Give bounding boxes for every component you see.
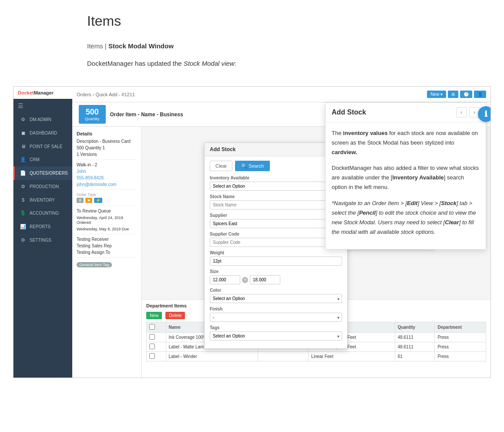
detail-ordertype: Order Type ⚙ ★ ⚡ [77,192,137,203]
sidebar-item-inventory[interactable]: $ INVENTORY [13,193,72,206]
top-bar: Orders › Quick Add - #1211 New ▾ ⊞ 🕐 👤 [72,87,491,102]
help-bold-clear: Clear [445,219,459,226]
sidebar-logo: DocketManager [13,87,72,99]
sidebar-item-label: CRM [30,157,40,162]
stock-name-label: Stock Name [210,194,342,199]
order-nav: Orders › Quick Add - #1211 [77,92,135,97]
sidebar: DocketManager ☰ ⚙ DM ADMIN ◼ DASHBOARD 🖥… [13,87,72,378]
weight-label: Weight [210,250,342,255]
inventory-available-select[interactable]: Select an Option [210,182,342,191]
dm-admin-icon: ⚙ [20,117,26,122]
sidebar-item-dashboard[interactable]: ◼ DASHBOARD [13,126,72,140]
col-department: Department [435,322,486,333]
hamburger-icon[interactable]: ☰ [13,99,72,113]
order-type-icon2: ★ [85,198,92,203]
tags-select[interactable]: Select an Option [210,331,342,341]
detail-contact: John [77,169,137,174]
help-bold-inventory-available: Inventory Available [392,174,444,181]
help-bold-stock: Stock [441,200,456,206]
logo-manager: Manager [34,90,54,95]
new-dept-btn[interactable]: New [146,312,162,319]
supplier-code-input[interactable] [210,238,342,247]
sidebar-item-quotes-orders[interactable]: 📄 QUOTES/ORDERS [13,166,72,180]
detail-due: Wednesday, May 8, 2019 Due [77,226,137,231]
col-quantity: Quantity [395,322,435,333]
detail-assignto: Testing Assign To [77,250,137,255]
delete-dept-btn[interactable]: Delete [165,312,185,319]
update-suffix: : [235,60,236,67]
sidebar-item-production[interactable]: ⚙ PRODUCTION [13,180,72,193]
grid-view-btn[interactable]: ⊞ [448,91,458,98]
supplier-code-label: Supplier Code [210,232,342,236]
new-btn[interactable]: New ▾ [427,91,446,98]
item-tag: General Item Tag [77,262,112,267]
search-button[interactable]: 🔍 Search [235,161,270,171]
supplier-code-row: Supplier Code [210,232,342,247]
size-height-input[interactable] [250,275,280,284]
size-width-input[interactable] [210,275,240,284]
production-icon: ⚙ [20,184,26,189]
detail-phone: 555-859-8426 [77,176,137,180]
search-icon: 🔍 [241,163,247,169]
select-all-checkbox[interactable] [149,324,155,330]
finish-row: Finish - [210,307,342,322]
supplier-row: Supplier Spicers East [210,213,342,228]
help-prev-btn[interactable]: ‹ [456,107,467,118]
color-select-wrapper: Select an Option [210,294,342,303]
detail-toreview: To Review Queue [77,209,137,213]
tags-label: Tags [210,325,342,330]
sidebar-item-label: POINT OF SALE [30,144,62,149]
row-checkbox[interactable] [149,353,155,359]
sidebar-item-label: SETTINGS [30,238,51,243]
size-label: Size [210,269,342,274]
clock-btn[interactable]: 🕐 [460,91,472,98]
sidebar-item-pos[interactable]: 🖥 POINT OF SALE [13,140,72,153]
order-title: Order Item - Name - Business [110,111,183,118]
sidebar-item-label: INVENTORY [30,198,55,202]
crm-icon: 👤 [20,157,26,162]
size-inputs: ✕ [210,275,342,284]
supplier-select[interactable]: Spicers East [210,219,342,228]
weight-row: Weight [210,250,342,266]
detail-description: Description - Business Card [77,139,137,144]
supplier-label: Supplier [210,213,342,218]
help-italic-para: *Navigate to an Order Item > [Edit] View… [332,200,476,235]
detail-versions: 1 Versions [77,152,137,157]
sidebar-item-reports[interactable]: 📊 REPORTS [13,220,72,233]
color-label: Color [210,288,342,293]
sidebar-item-crm[interactable]: 👤 CRM [13,153,72,166]
color-select[interactable]: Select an Option [210,294,342,303]
help-panel-body: The inventory values for each stock are … [326,122,486,249]
top-bar-actions: New ▾ ⊞ 🕐 👤 [427,91,486,98]
modal-title: Add Stock [210,146,235,152]
sidebar-item-label: DM ADMIN [30,117,51,122]
finish-select-wrapper: - [210,313,342,322]
row-checkbox[interactable] [149,334,155,340]
sidebar-item-settings[interactable]: ⚙ SETTINGS [13,233,72,247]
logo-docket: Docket [18,90,34,95]
help-para-3: *Navigate to an Order Item > [Edit] View… [332,199,480,237]
sidebar-item-label: ACCOUNTING [30,211,59,216]
size-clear-btn[interactable]: ✕ [242,277,248,283]
inventory-available-row: Inventory Available Select an Option [210,176,342,191]
tags-select-wrapper: Select an Option [210,331,342,341]
sidebar-item-accounting[interactable]: 💲 ACCOUNTING [13,206,72,220]
breadcrumb: Items | Stock Modal Window [87,42,504,50]
sidebar-item-dm-admin[interactable]: ⚙ DM ADMIN [13,113,72,126]
help-bold-cardview: cardview. [332,149,357,155]
order-type-icon1: ⚙ [77,198,84,203]
breadcrumb-items: Items [87,42,103,50]
sidebar-item-label: QUOTES/ORDERS [30,171,68,176]
detail-quantity: 500 Quantity 1 [77,145,137,150]
user-btn[interactable]: 👤 [474,91,486,98]
finish-select[interactable]: - [210,313,342,322]
row-checkbox[interactable] [149,344,155,349]
breadcrumb-current: Stock Modal Window [108,42,174,50]
help-panel-header: Add Stock ‹ › [326,103,486,122]
pos-icon: 🖥 [20,144,26,149]
stock-name-input[interactable] [210,200,342,209]
supplier-select-wrapper: Spicers East [210,219,342,228]
weight-input[interactable] [210,256,342,266]
clear-button[interactable]: Clear [210,161,232,171]
info-icon[interactable]: ℹ [478,106,491,122]
